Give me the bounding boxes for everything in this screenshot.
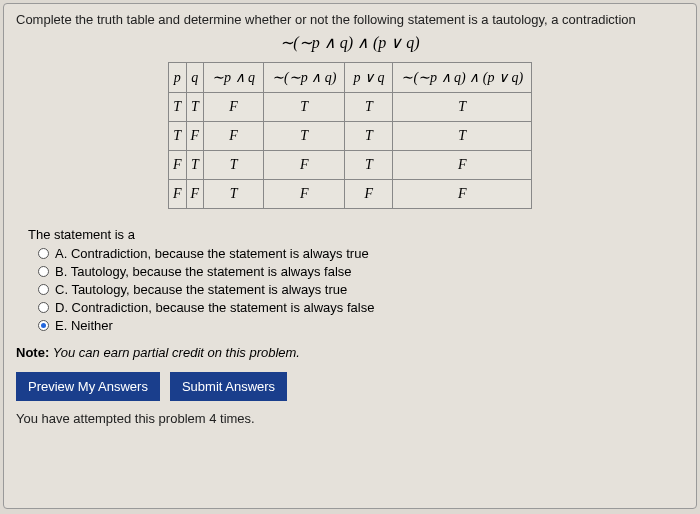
choice-e[interactable]: E. Neither xyxy=(38,318,684,333)
choice-label: A. Contradiction, because the statement … xyxy=(55,246,369,261)
answers-lead: The statement is a xyxy=(28,227,684,242)
col-result: ∼(∼p ∧ q) ∧ (p ∨ q) xyxy=(393,63,532,93)
radio-icon xyxy=(38,284,49,295)
col-p-or-q: p ∨ q xyxy=(345,63,393,93)
note-text: You can earn partial credit on this prob… xyxy=(53,345,300,360)
table-row: T F F T T T xyxy=(168,122,531,151)
truth-table: p q ∼p ∧ q ∼(∼p ∧ q) p ∨ q ∼(∼p ∧ q) ∧ (… xyxy=(168,62,532,209)
choice-d[interactable]: D. Contradiction, because the statement … xyxy=(38,300,684,315)
radio-icon xyxy=(38,302,49,313)
choice-label: C. Tautology, because the statement is a… xyxy=(55,282,347,297)
answers-block: The statement is a A. Contradiction, bec… xyxy=(28,227,684,333)
col-notp-and-q: ∼p ∧ q xyxy=(204,63,264,93)
table-row: F F T F F F xyxy=(168,180,531,209)
table-row: F T T F T F xyxy=(168,151,531,180)
table-row: T T F T T T xyxy=(168,93,531,122)
table-header-row: p q ∼p ∧ q ∼(∼p ∧ q) p ∨ q ∼(∼p ∧ q) ∧ (… xyxy=(168,63,531,93)
col-p: p xyxy=(168,63,186,93)
radio-icon xyxy=(38,248,49,259)
choice-a[interactable]: A. Contradiction, because the statement … xyxy=(38,246,684,261)
attempts-text: You have attempted this problem 4 times. xyxy=(16,411,684,426)
choice-label: E. Neither xyxy=(55,318,113,333)
preview-answers-button[interactable]: Preview My Answers xyxy=(16,372,160,401)
submit-answers-button[interactable]: Submit Answers xyxy=(170,372,287,401)
radio-icon xyxy=(38,320,49,331)
choice-b[interactable]: B. Tautology, because the statement is a… xyxy=(38,264,684,279)
choice-label: B. Tautology, because the statement is a… xyxy=(55,264,352,279)
main-formula: ∼(∼p ∧ q) ∧ (p ∨ q) xyxy=(16,33,684,52)
question-text: Complete the truth table and determine w… xyxy=(16,12,684,27)
radio-icon xyxy=(38,266,49,277)
partial-credit-note: Note: You can earn partial credit on thi… xyxy=(16,345,684,360)
col-not-notp-and-q: ∼(∼p ∧ q) xyxy=(264,63,345,93)
col-q: q xyxy=(186,63,204,93)
choice-c[interactable]: C. Tautology, because the statement is a… xyxy=(38,282,684,297)
choice-label: D. Contradiction, because the statement … xyxy=(55,300,374,315)
note-label: Note: xyxy=(16,345,49,360)
